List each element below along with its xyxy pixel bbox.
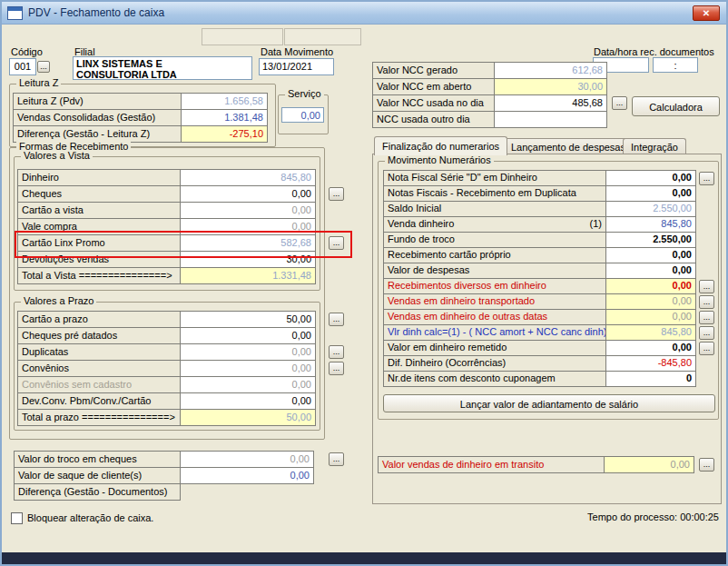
cartao-prazo-more-button[interactable]: ... xyxy=(329,313,344,326)
transito-more-button[interactable]: ... xyxy=(699,458,714,472)
convenios-label: Convênios xyxy=(17,360,181,377)
recebimentos-diversos-more-button[interactable]: ... xyxy=(699,280,714,293)
nf-serie-d-value[interactable]: 0,00 xyxy=(605,170,696,186)
table-row: Vendas Consolidadas (Gestão) 1.381,48 xyxy=(13,109,268,126)
cartao-linx-promo-value: 582,68 xyxy=(180,234,316,252)
servico-field[interactable]: 0,00 xyxy=(281,107,324,123)
table-row: Valor NCC usada no dia 485,68 xyxy=(372,94,607,112)
table-row: Diferença (Gestão - Documentos) xyxy=(14,483,314,501)
table-row: Recebimentos diversos em dinheiro 0,00 xyxy=(383,278,696,294)
cartao-vista-label: Cartão a vista xyxy=(17,202,181,219)
dev-conv-value[interactable]: 0,00 xyxy=(180,392,316,410)
convenios-more-button[interactable]: ... xyxy=(329,362,344,375)
window-title: PDV - Fechamento de caixa xyxy=(28,6,164,19)
cheques-label: Cheques xyxy=(17,185,181,203)
calculadora-button[interactable]: Calculadora xyxy=(632,96,720,116)
dinheiro-remetido-more-button[interactable]: ... xyxy=(699,342,714,355)
cartao-prazo-label: Cartão a prazo xyxy=(17,311,181,328)
troco-cheques-label: Valor do troco em cheques xyxy=(14,451,181,468)
table-row: Total a prazo ===============> 50,00 xyxy=(17,409,316,426)
tab-finalizacao-numerarios[interactable]: Finalização do numerarios xyxy=(374,136,507,155)
vendas-transportado-more-button[interactable]: ... xyxy=(699,295,714,309)
devolucoes-vendas-value[interactable]: 30,00 xyxy=(180,251,316,268)
tab-integracao[interactable]: Integração xyxy=(623,138,686,154)
saldo-inicial-label: Saldo Inicial xyxy=(383,201,606,217)
table-row: Nr.de itens com desconto cuponagem 0 xyxy=(383,371,696,387)
diferenca-leitura-value: -275,10 xyxy=(181,125,268,143)
dinheiro-value: 845,80 xyxy=(180,169,316,186)
table-row: Valor vendas de dinheiro em transito 0,0… xyxy=(378,456,694,473)
filial-line2: CONSULTORIA LTDA xyxy=(76,69,249,80)
dinheiro-label: Dinheiro xyxy=(17,169,181,186)
ncc-usada-dia-value[interactable]: 485,68 xyxy=(494,94,607,112)
valor-despesas-value[interactable]: 0,00 xyxy=(605,263,696,279)
cheques-pre-datados-value[interactable]: 0,00 xyxy=(180,327,316,344)
vlr-dinh-calc-more-button[interactable]: ... xyxy=(699,326,714,340)
troco-cheques-value: 0,00 xyxy=(180,451,314,468)
ncc-aberto-value: 30,00 xyxy=(494,78,607,95)
nf-duplicata-value[interactable]: 0,00 xyxy=(605,185,696,202)
transito-row: Valor vendas de dinheiro em transito 0,0… xyxy=(378,456,694,473)
duplicatas-label: Duplicatas xyxy=(17,343,181,361)
total-prazo-value: 50,00 xyxy=(180,409,316,426)
doc-time-field[interactable]: : xyxy=(653,57,698,73)
fundo-troco-label: Fundo de troco xyxy=(383,232,606,248)
transito-label: Valor vendas de dinheiro em transito xyxy=(378,456,605,473)
valores-prazo-table: Cartão a prazo 50,00 Cheques pré datados… xyxy=(17,311,316,426)
data-movimento-field[interactable]: 13/01/2021 xyxy=(259,58,334,75)
itens-cuponagem-value[interactable]: 0 xyxy=(605,371,696,387)
vendas-outras-datas-more-button[interactable]: ... xyxy=(699,311,714,324)
table-row: Valor NCC em aberto 30,00 xyxy=(372,78,607,95)
titlebar[interactable]: PDV - Fechamento de caixa xyxy=(2,2,726,25)
ncc-gerado-label: Valor NCC gerado xyxy=(372,62,495,79)
adiantamento-salario-button[interactable]: Lançar valor de adiantamento de salário xyxy=(383,394,715,412)
close-button[interactable]: ✕ xyxy=(693,5,720,21)
vendas-outras-datas-label: Vendas em dinheiro de outras datas xyxy=(383,309,606,325)
venda-dinheiro-text: Venda dinheiro xyxy=(388,217,454,232)
pdv-window: PDV - Fechamento de caixa ✕ Código 001 .… xyxy=(0,0,728,566)
table-row: Vendas em dinheiro de outras datas 0,00 xyxy=(383,309,696,325)
table-row: Duplicatas 0,00 xyxy=(17,343,316,361)
close-icon: ✕ xyxy=(703,8,710,18)
transito-value: 0,00 xyxy=(604,456,694,473)
diferenca-documentos-label: Diferença (Gestão - Documentos) xyxy=(14,483,181,501)
table-row: Recebimento cartão próprio 0,00 xyxy=(383,247,696,263)
convenios-sem-cadastro-value: 0,00 xyxy=(180,376,316,393)
recebimento-cartao-proprio-value[interactable]: 0,00 xyxy=(605,247,696,263)
cartao-prazo-value[interactable]: 50,00 xyxy=(180,311,316,328)
nf-serie-d-more-button[interactable]: ... xyxy=(699,172,714,185)
valores-vista-title: Valores a Vista xyxy=(21,150,93,162)
venda-dinheiro-label: Venda dinheiro (1) xyxy=(383,216,606,233)
doc-datetime-label: Data/hora rec. documentos xyxy=(594,46,714,57)
table-row: Cheques pré datados 0,00 xyxy=(17,327,316,344)
cheques-more-button[interactable]: ... xyxy=(329,187,344,201)
cheques-value[interactable]: 0,00 xyxy=(180,185,316,203)
codigo-more-button[interactable]: ... xyxy=(37,61,50,73)
table-row: Dev.Conv. Pbm/Conv./Cartão 0,00 xyxy=(17,392,316,410)
venda-dinheiro-note: (1) xyxy=(590,217,602,232)
data-movimento-label: Data Movimento xyxy=(261,46,333,57)
vendas-consolidadas-label: Vendas Consolidadas (Gestão) xyxy=(13,109,182,126)
troco-cheques-more-button[interactable]: ... xyxy=(329,452,344,466)
table-row: Leitura Z (Pdv) 1.656,58 xyxy=(13,93,268,110)
codigo-field[interactable]: 001 xyxy=(9,58,36,75)
total-vista-label: Total a Vista ===============> xyxy=(17,267,181,284)
duplicatas-more-button[interactable]: ... xyxy=(329,345,344,359)
table-row: Convênios sem cadastro 0,00 xyxy=(17,376,316,393)
movimento-table: Nota Fiscal Série "D" em Dinheiro 0,00 N… xyxy=(383,170,696,387)
tab-lancamento-despesas[interactable]: Lançamento de despesas xyxy=(503,138,634,154)
dinheiro-remetido-value[interactable]: 0,00 xyxy=(605,340,696,356)
ncc-usada-outro-value[interactable] xyxy=(494,111,607,128)
table-row: Saldo Inicial 2.550,00 xyxy=(383,201,696,217)
ncc-usada-dia-more-button[interactable]: ... xyxy=(612,96,627,110)
vale-compra-value: 0,00 xyxy=(180,218,316,235)
cartao-vista-value: 0,00 xyxy=(180,202,316,219)
table-row: Cheques 0,00 xyxy=(17,185,316,203)
fundo-troco-value[interactable]: 2.550,00 xyxy=(605,232,696,248)
convenios-sem-cadastro-label: Convênios sem cadastro xyxy=(17,376,181,393)
saque-cliente-value[interactable]: 0,00 xyxy=(180,467,314,484)
table-row: Vale compra 0,00 xyxy=(17,218,316,235)
cartao-linx-promo-more-button[interactable]: ... xyxy=(329,236,344,250)
bloquear-checkbox[interactable] xyxy=(11,512,23,524)
table-row: Cartão a vista 0,00 xyxy=(17,202,316,219)
